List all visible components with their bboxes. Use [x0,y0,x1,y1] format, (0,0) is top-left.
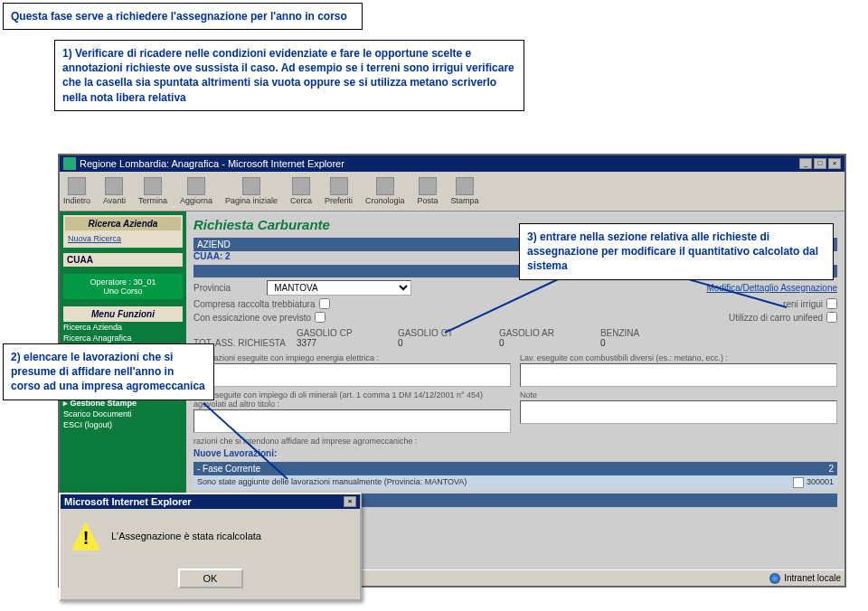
chk-essicazione[interactable] [315,312,326,323]
menu-esci[interactable]: ESCI (logout) [63,419,183,430]
zone-icon [769,573,780,584]
chk-irrigui-label: reni irrigui [783,299,823,309]
sidebar-ricerca-title: Ricerca Azienda [65,217,181,230]
toolbar-search[interactable]: Cerca [290,177,312,205]
provincia-label: Provincia [193,283,231,293]
toolbar-back[interactable]: Indietro [63,177,90,205]
menu-scarico-documenti[interactable]: Scarico Documenti [63,409,183,419]
chk-unifeed-label: Utilizzo di carro unifeed [729,313,823,323]
nuove-lavorazioni-link[interactable]: Nuove Lavorazioni: [193,448,837,458]
operator-box: Operatore : 30_01 Uno Corso [63,274,183,299]
toolbar-home[interactable]: Pagina iniziale [225,177,278,205]
toolbar-print[interactable]: Stampa [451,177,479,205]
chk-unifeed[interactable] [826,312,837,323]
fase-corrente-bar: - Fase Corrente 2 [193,462,837,475]
window-titlebar: Regione Lombardia: Anagrafica - Microsof… [60,155,844,172]
nuova-ricerca-link[interactable]: Nuova Ricerca [68,234,121,243]
ta1-label: Lavorazioni eseguite con impiego energia… [193,353,511,362]
ta2-label: Lav. eseguite con combustibili diversi (… [520,353,837,362]
toolbar-history[interactable]: Cronologia [365,177,405,205]
provincia-select[interactable]: MANTOVA [267,280,411,296]
chk-essicazione-label: Con essicazione ove previsto [193,313,311,323]
ta4-label: Note [520,390,837,400]
ie-toolbar: Indietro Avanti Termina Aggiorna Pagina … [60,172,844,212]
toolbar-forward[interactable]: Avanti [103,177,126,205]
document-icon[interactable] [793,477,804,488]
menu-ricerca-azienda[interactable]: Ricerca Azienda [63,322,183,333]
doc-number: 300001 [807,477,834,488]
dialog-titlebar: Microsoft Internet Explorer × [61,494,360,509]
gasolio-ar-value: 0 [499,338,590,348]
chk-irrigui[interactable] [826,298,837,309]
warning-icon [71,522,100,550]
close-button[interactable]: × [828,158,841,169]
chk-trebbiatura[interactable] [319,298,330,309]
alert-dialog: Microsoft Internet Explorer × L'Assegnaz… [59,493,362,601]
dialog-message: L'Assegnazione è stata ricalcolata [111,531,261,541]
minimize-button[interactable]: _ [799,158,812,169]
callout-step-3: 3) entrare nella sezione relativa alle r… [519,223,834,280]
toolbar-refresh[interactable]: Aggiorna [180,177,212,205]
benzina-value: 0 [600,338,691,348]
dialog-close-button[interactable]: × [344,496,356,507]
toolbar-favorites[interactable]: Preferiti [325,177,353,205]
menu-ricerca-anagrafica[interactable]: Ricerca Anagrafica [63,333,183,343]
ta3-label: Lav. eseguite con impiego di oli mineral… [193,390,511,409]
maximize-button[interactable]: □ [814,158,826,169]
ta-energia-elettrica[interactable] [193,363,511,387]
callout-step-2: 2) elencare le lavorazioni che si presum… [3,343,214,400]
ta-note[interactable] [520,400,837,424]
ie-icon [63,157,76,170]
menu-funzioni-header: Menu Funzioni [63,306,183,322]
gasolio-cp-value: 3377 [297,338,387,348]
toolbar-mail[interactable]: Posta [418,177,439,205]
zone-text: Intranet locale [784,573,841,583]
toolbar-stop[interactable]: Termina [138,177,167,205]
cuaa-label: CUAA [63,253,183,267]
ta-oli-minerali[interactable] [193,409,511,433]
agromeccaniche-label: razioni che si intendono affidare ad imp… [193,437,837,446]
callout-step-1: 1) Verificare di ricadere nelle condizio… [54,40,524,111]
chk-trebbiatura-label: Compresa raccolta trebbiatura [193,299,316,309]
window-title: Regione Lombardia: Anagrafica - Microsof… [80,158,344,169]
modifica-dettaglio-link[interactable]: Modifica/Dettaglio Assegnazione [706,283,837,293]
ta-combustibili-diversi[interactable] [520,363,837,387]
fase-note: Sono state aggiunte delle lavorazioni ma… [193,475,837,490]
callout-phase: Questa fase serve a richiedere l'assegna… [3,3,363,30]
fuel-table: TOT. ASS. RICHIESTA GASOLIO CP3377 GASOL… [193,328,837,348]
ok-button[interactable]: OK [178,569,243,588]
gasolio-ct-value: 0 [398,338,488,348]
